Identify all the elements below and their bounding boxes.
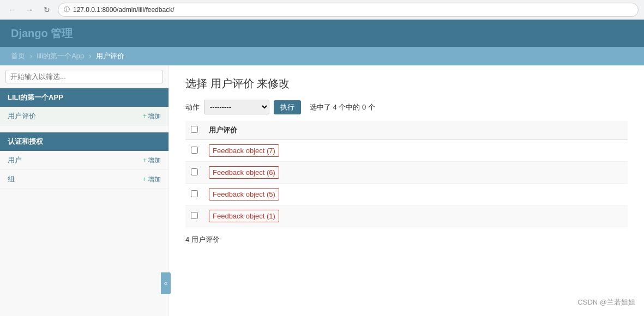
table-row: Feedback object (1) [185, 205, 628, 227]
content-area: 选择 用户评价 来修改 动作 --------- 执行 选中了 4 个中的 0 … [169, 65, 644, 316]
sidebar-filter-input[interactable] [5, 70, 163, 83]
plus-icon: + [143, 112, 147, 120]
table-row: Feedback object (6) [185, 162, 628, 184]
row-checkbox[interactable] [191, 147, 198, 154]
main-layout: LILI的第一个APP 用户评价 +增加 认证和授权 用户 +增加 组 +增加 … [0, 65, 644, 316]
site-title-suffix: 管理 [51, 27, 73, 39]
actions-label: 动作 [185, 102, 200, 112]
row-checkbox-cell [185, 140, 203, 162]
sidebar-groups-link[interactable]: 组 [8, 174, 15, 184]
sidebar-auth-section: 认证和授权 [0, 132, 168, 151]
row-label-cell: Feedback object (7) [203, 140, 628, 162]
sidebar-collapse-button[interactable]: « [161, 272, 171, 294]
feedback-object-link[interactable]: Feedback object (1) [209, 210, 279, 222]
result-count: 4 用户评价 [185, 235, 628, 245]
sidebar-gap [0, 126, 168, 132]
sidebar: LILI的第一个APP 用户评价 +增加 认证和授权 用户 +增加 组 +增加 [0, 65, 169, 316]
forward-button[interactable]: → [23, 3, 36, 16]
sidebar-filter-area [0, 65, 168, 88]
sidebar-feedback-add[interactable]: +增加 [143, 112, 161, 121]
breadcrumb: 首页 › lili的第一个App › 用户评价 [0, 47, 644, 65]
back-button[interactable]: ← [5, 3, 19, 16]
row-checkbox[interactable] [191, 190, 198, 197]
sidebar-item-users[interactable]: 用户 +增加 [0, 151, 168, 170]
site-title-prefix: Django [11, 27, 51, 39]
url-text: 127.0.0.1:8000/admin/lili/feedback/ [73, 6, 174, 14]
sidebar-feedback-link[interactable]: 用户评价 [8, 111, 36, 121]
run-button[interactable]: 执行 [274, 100, 301, 114]
row-label-cell: Feedback object (6) [203, 162, 628, 184]
row-checkbox-cell [185, 184, 203, 205]
sidebar-lili-section: LILI的第一个APP [0, 88, 168, 107]
row-checkbox[interactable] [191, 212, 198, 219]
table-row: Feedback object (7) [185, 140, 628, 162]
row-checkbox[interactable] [191, 168, 198, 175]
sidebar-item-feedback[interactable]: 用户评价 +增加 [0, 107, 168, 126]
select-all-checkbox[interactable] [191, 126, 198, 133]
site-title[interactable]: Django 管理 [11, 26, 73, 41]
breadcrumb-app[interactable]: lili的第一个App [37, 52, 85, 60]
sidebar-groups-add[interactable]: +增加 [143, 175, 161, 184]
table-header-col: 用户评价 [203, 121, 628, 140]
lock-icon: ⓘ [64, 5, 70, 14]
browser-chrome: ← → ↻ ⓘ 127.0.0.1:8000/admin/lili/feedba… [0, 0, 644, 20]
actions-select[interactable]: --------- [204, 100, 269, 114]
sidebar-item-groups[interactable]: 组 +增加 [0, 170, 168, 189]
breadcrumb-sep2: › [89, 52, 93, 60]
plus-icon-users: + [143, 156, 147, 164]
feedback-object-link[interactable]: Feedback object (6) [209, 166, 279, 179]
table-header-checkbox [185, 121, 203, 140]
address-bar[interactable]: ⓘ 127.0.0.1:8000/admin/lili/feedback/ [58, 3, 639, 17]
row-checkbox-cell [185, 162, 203, 184]
sidebar-users-add[interactable]: +增加 [143, 156, 161, 165]
feedback-object-link[interactable]: Feedback object (5) [209, 188, 279, 200]
breadcrumb-home[interactable]: 首页 [11, 52, 25, 60]
row-checkbox-cell [185, 205, 203, 227]
table-row: Feedback object (5) [185, 184, 628, 205]
selected-count: 选中了 4 个中的 0 个 [310, 102, 375, 112]
feedback-table: 用户评价 Feedback object (7)Feedback object … [185, 121, 628, 227]
sidebar-users-link[interactable]: 用户 [8, 155, 22, 165]
django-header: Django 管理 [0, 20, 644, 47]
plus-icon-groups: + [143, 175, 147, 183]
csdn-watermark: CSDN @兰若姐姐 [577, 297, 635, 307]
feedback-object-link[interactable]: Feedback object (7) [209, 144, 279, 157]
breadcrumb-current: 用户评价 [96, 52, 124, 60]
row-label-cell: Feedback object (5) [203, 184, 628, 205]
breadcrumb-sep1: › [30, 52, 34, 60]
actions-bar: 动作 --------- 执行 选中了 4 个中的 0 个 [185, 100, 628, 114]
page-title: 选择 用户评价 来修改 [185, 76, 628, 91]
row-label-cell: Feedback object (1) [203, 205, 628, 227]
refresh-button[interactable]: ↻ [40, 3, 53, 16]
